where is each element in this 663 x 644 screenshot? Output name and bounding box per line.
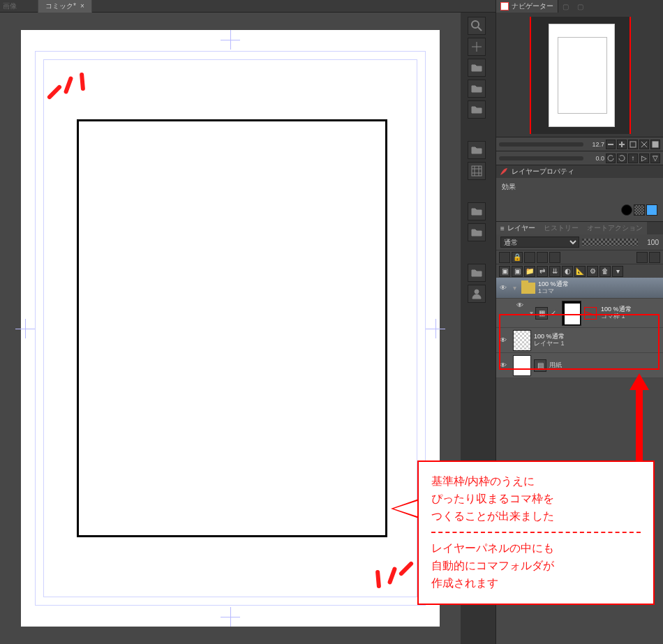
layer-folder-row[interactable]: 👁 ▾ 100 %通常 1コマ [496, 278, 663, 299]
tab-autoaction[interactable]: オートアクション [583, 222, 647, 234]
ruler-icon[interactable]: 📐 [574, 266, 586, 277]
layer-panel: ≡ レイヤー ヒストリー オートアクション 通常 100 🔒 [496, 221, 663, 378]
chevron-down-icon[interactable]: ▾ [510, 284, 519, 292]
zoom-out-icon[interactable] [606, 140, 616, 149]
layer-thumbnail [562, 301, 581, 326]
chevron-down-icon[interactable]: ▾ [527, 309, 535, 317]
rotate-ccw-icon[interactable] [606, 153, 616, 163]
crop-mark-icon [15, 319, 35, 338]
svg-rect-2 [472, 166, 482, 176]
draft-icon[interactable] [549, 252, 560, 263]
crop-mark-icon [221, 30, 240, 50]
layer-frame-row[interactable]: 👁 ▾ ▦ ✓ 100 %通常 コマ枠 1 [496, 299, 663, 328]
flip-h-icon[interactable]: ▷ [639, 153, 649, 163]
effect-border-icon[interactable] [621, 204, 632, 216]
trash-icon[interactable]: 🗑 [599, 266, 611, 277]
visibility-icon[interactable]: 👁 [496, 284, 510, 292]
folder-icon[interactable] [468, 100, 486, 119]
effect-tone-icon[interactable] [634, 204, 645, 216]
annotation-callout: 基準枠/内枠のうえに ぴったり収まるコマ枠を つくることが出来ました レイヤーパ… [417, 460, 655, 605]
layer-toolbar: 🔒 [496, 250, 663, 264]
palette-icon[interactable] [636, 252, 648, 263]
visibility-icon[interactable]: 👁 [496, 336, 510, 344]
layer-thumbnail [513, 355, 531, 376]
clip-mask-icon[interactable] [499, 252, 510, 263]
canvas-area[interactable] [0, 13, 461, 644]
document-tab[interactable]: コミック* × [38, 0, 92, 13]
magnifier-icon[interactable] [468, 17, 486, 35]
blend-mode-select[interactable]: 通常 [500, 237, 579, 248]
folder-icon[interactable] [468, 223, 486, 241]
rotate-value: 0.0 [585, 155, 604, 162]
expand-icon[interactable] [639, 140, 649, 149]
zoom-slider[interactable] [499, 142, 583, 147]
svg-rect-4 [630, 142, 636, 147]
layer-name-label: コマ枠 1 [601, 313, 632, 320]
rotate-cw-icon[interactable] [617, 153, 627, 163]
folder-icon [521, 283, 535, 294]
crop-mark-icon [221, 607, 240, 627]
fullscreen-icon[interactable] [650, 140, 660, 149]
navigator-thumbnail[interactable] [530, 17, 631, 134]
callout-line: レイヤーパネルの中にも [431, 540, 641, 557]
svg-point-0 [472, 21, 479, 28]
navigator-tab[interactable]: ナビゲーター [496, 0, 558, 13]
close-icon[interactable]: × [80, 2, 84, 10]
navigator-page [549, 24, 615, 127]
panel-tab-dim[interactable]: ▢ [558, 1, 573, 12]
callout-divider [431, 532, 641, 533]
new-layer-icon[interactable]: ▣ [512, 266, 523, 277]
navigator-icon [500, 2, 509, 10]
comic-frame [77, 119, 387, 537]
person-icon[interactable] [468, 285, 486, 303]
opacity-slider[interactable] [582, 239, 638, 246]
gear-icon[interactable]: ⚙ [587, 266, 598, 277]
paper-icon: ▤ [534, 359, 546, 372]
layer-property-panel: レイヤープロパティ 効果 [496, 165, 663, 221]
vertical-toolbar [465, 13, 489, 303]
tab-layer[interactable]: ≡ レイヤー [496, 222, 539, 234]
palette-icon[interactable] [649, 252, 660, 263]
callout-line: つくることが出来ました [431, 508, 641, 525]
lock-pixel-icon[interactable] [524, 252, 535, 263]
panel-tab-dim[interactable]: ▢ [573, 1, 588, 12]
fit-icon[interactable] [628, 140, 638, 149]
page [21, 30, 440, 627]
reference-icon[interactable] [537, 252, 548, 263]
folder-icon[interactable] [468, 141, 486, 159]
opacity-value: 100 [641, 239, 659, 246]
menu-label[interactable]: 画像 [3, 1, 17, 11]
svg-line-1 [478, 27, 482, 31]
layer-property-tab[interactable]: レイヤープロパティ [512, 167, 574, 177]
reset-rotate-icon[interactable]: ↑ [628, 153, 638, 163]
lock-icon[interactable]: 🔒 [512, 252, 523, 263]
new-folder-icon[interactable]: 📁 [524, 266, 535, 277]
flip-v-icon[interactable]: ▽ [650, 153, 660, 163]
new-layer-icon[interactable]: ▣ [499, 266, 510, 277]
rotate-slider[interactable] [499, 156, 583, 160]
transfer-icon[interactable]: ⇄ [537, 266, 548, 277]
folder-icon[interactable] [468, 59, 486, 77]
mask-icon[interactable]: ◐ [562, 266, 573, 277]
frame-icon: ▦ [535, 307, 548, 320]
folder-icon[interactable] [468, 80, 486, 98]
effect-layercolor-icon[interactable] [646, 204, 657, 216]
layers-icon: ≡ [500, 225, 505, 232]
tab-history[interactable]: ヒストリー [539, 222, 583, 234]
annotation-arrow-icon [630, 373, 649, 464]
grid-icon[interactable] [468, 162, 486, 180]
navigator-panel[interactable] [496, 13, 663, 137]
zoom-in-icon[interactable] [617, 140, 627, 149]
crosshair-icon[interactable] [468, 38, 486, 56]
panel-menu-icon[interactable]: ▾ [612, 266, 623, 277]
folder-icon[interactable] [468, 202, 486, 220]
visibility-icon[interactable]: 👁 [513, 301, 527, 309]
crop-mark-icon [426, 319, 445, 338]
mask-disabled-icon [584, 307, 597, 320]
layer-row[interactable]: 👁 100 %通常 レイヤー 1 [496, 328, 663, 353]
merge-icon[interactable]: ⇊ [549, 266, 560, 277]
visibility-icon[interactable]: 👁 [496, 361, 510, 369]
callout-line: 基準枠/内枠のうえに [431, 473, 641, 491]
document-tab-title: コミック* [45, 1, 76, 11]
folder-icon[interactable] [468, 264, 486, 282]
